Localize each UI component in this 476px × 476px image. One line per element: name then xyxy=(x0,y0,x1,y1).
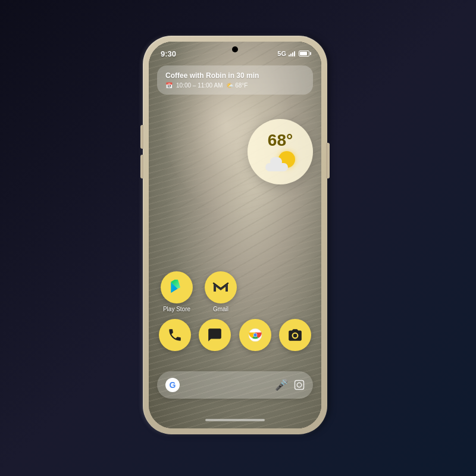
notification-detail: 📅 10:00 – 11:00 AM 🌤️ 68°F xyxy=(165,82,305,89)
app-phone[interactable] xyxy=(159,319,191,351)
signal-bar-1 xyxy=(289,55,290,57)
svg-point-6 xyxy=(297,383,302,387)
app-messages[interactable] xyxy=(199,319,231,351)
notification-weather: 🌤️ 68°F xyxy=(226,82,248,89)
screen-bezel: 9:30 5G xyxy=(149,42,321,428)
notification-title: Coffee with Robin in 30 min xyxy=(165,71,305,80)
home-indicator xyxy=(205,419,265,421)
app-play-store[interactable]: Play Store xyxy=(161,271,193,312)
weather-widget[interactable]: 68° xyxy=(248,119,313,184)
svg-rect-5 xyxy=(295,381,304,390)
signal-bar-2 xyxy=(290,54,292,57)
status-time: 9:30 xyxy=(161,49,176,58)
phone-icon-circle xyxy=(159,319,191,351)
google-logo: G xyxy=(165,378,180,392)
phone-svg xyxy=(167,327,183,343)
battery-fill xyxy=(300,52,307,55)
app-gmail[interactable]: Gmail xyxy=(205,271,237,312)
calendar-icon: 📅 xyxy=(165,82,173,89)
app-chrome[interactable] xyxy=(239,319,271,351)
notification-card[interactable]: Coffee with Robin in 30 min 📅 10:00 – 11… xyxy=(157,65,313,95)
screen: 9:30 5G xyxy=(149,42,321,428)
weather-temperature: 68° xyxy=(268,132,293,149)
chrome-icon-circle xyxy=(239,319,271,351)
messages-svg xyxy=(207,327,223,343)
lens-icon[interactable] xyxy=(294,380,305,390)
camera-icon-circle xyxy=(279,319,311,351)
status-right: 5G xyxy=(277,50,309,57)
gmail-icon-circle xyxy=(205,271,237,303)
gmail-svg xyxy=(212,281,229,294)
phone-body: 9:30 5G xyxy=(143,36,327,434)
google-g-letter: G xyxy=(170,380,176,390)
chrome-svg xyxy=(248,327,263,343)
battery-icon xyxy=(299,51,309,57)
play-store-label: Play Store xyxy=(163,306,190,312)
search-bar[interactable]: G 🎤 xyxy=(157,371,313,399)
notification-time: 10:00 – 11:00 AM xyxy=(176,82,223,89)
play-store-svg xyxy=(169,280,184,295)
signal-bar-4 xyxy=(294,51,295,57)
cloud-icon xyxy=(265,158,288,171)
play-store-icon-circle xyxy=(161,271,193,303)
weather-icon xyxy=(265,151,295,171)
app-row-2 xyxy=(155,319,315,351)
lens-svg xyxy=(294,380,305,390)
wallpaper xyxy=(149,42,321,428)
volume-up-button[interactable] xyxy=(140,125,143,149)
messages-icon-circle xyxy=(199,319,231,351)
signal-bar-3 xyxy=(292,52,293,57)
svg-point-3 xyxy=(253,333,256,336)
gmail-label: Gmail xyxy=(213,306,228,312)
phone: 9:30 5G xyxy=(143,36,333,440)
power-button[interactable] xyxy=(326,143,330,178)
svg-point-4 xyxy=(293,334,298,338)
network-label: 5G xyxy=(277,50,286,57)
microphone-icon[interactable]: 🎤 xyxy=(275,378,288,392)
signal-bars xyxy=(289,51,295,57)
volume-down-button[interactable] xyxy=(140,155,143,178)
camera-svg xyxy=(287,327,303,343)
front-camera xyxy=(232,46,238,52)
app-camera[interactable] xyxy=(279,319,311,351)
app-row-1: Play Store Gmail xyxy=(161,271,237,312)
search-icons: 🎤 xyxy=(275,378,305,392)
